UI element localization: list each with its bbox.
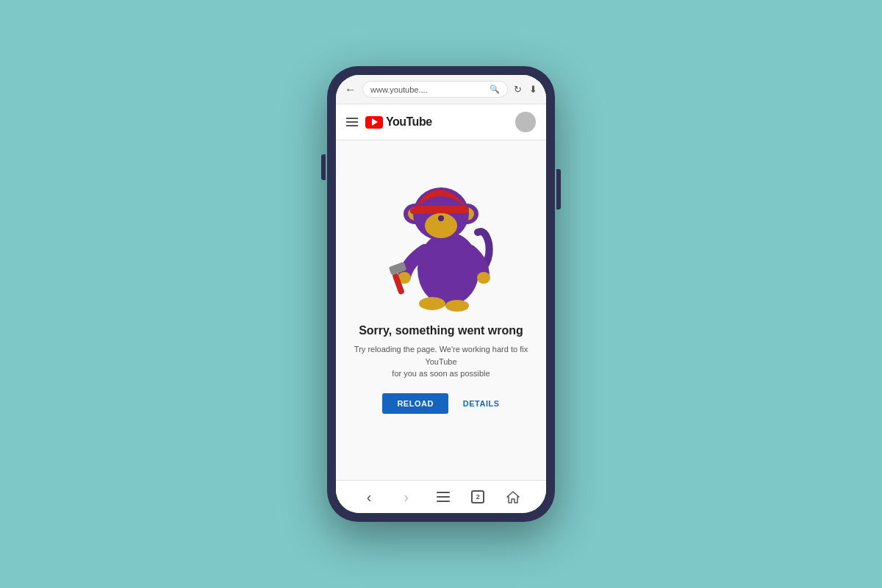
browser-bar: ← www.youtube.... 🔍 ↻ ⬇ — [336, 75, 546, 104]
svg-rect-13 — [410, 208, 426, 214]
nav-menu-icon[interactable] — [434, 488, 452, 506]
svg-rect-20 — [437, 492, 450, 493]
browser-url-bar[interactable]: www.youtube.... 🔍 — [362, 81, 508, 98]
error-buttons: RELOAD DETAILS — [382, 393, 499, 414]
svg-rect-21 — [437, 496, 450, 498]
navigation-bar: ‹ › 2 — [336, 480, 546, 513]
browser-back-button[interactable]: ← — [345, 83, 356, 96]
youtube-logo-icon — [365, 116, 383, 129]
nav-forward-icon[interactable]: › — [398, 488, 415, 506]
error-title: Sorry, something went wrong — [359, 324, 523, 337]
youtube-logo: YouTube — [365, 115, 432, 129]
url-text: www.youtube.... — [370, 85, 487, 94]
user-avatar[interactable] — [515, 112, 536, 132]
svg-point-18 — [419, 297, 445, 310]
svg-point-17 — [477, 272, 490, 284]
monkey-illustration — [375, 148, 507, 317]
refresh-icon[interactable]: ↻ — [514, 84, 522, 95]
phone-frame: ← www.youtube.... 🔍 ↻ ⬇ — [327, 66, 555, 522]
hamburger-menu-icon[interactable] — [346, 118, 358, 126]
content-area: Sorry, something went wrong Try reloadin… — [336, 140, 546, 480]
error-subtitle: Try reloading the page. We're working ha… — [351, 343, 531, 380]
reload-button[interactable]: RELOAD — [382, 393, 448, 414]
search-icon: 🔍 — [490, 85, 500, 94]
youtube-header: YouTube — [336, 104, 546, 140]
svg-point-11 — [438, 215, 444, 221]
phone-screen: ← www.youtube.... 🔍 ↻ ⬇ — [336, 75, 546, 513]
youtube-logo-text: YouTube — [386, 115, 432, 129]
details-button[interactable]: DETAILS — [463, 399, 500, 408]
browser-actions: ↻ ⬇ — [514, 84, 537, 95]
download-icon[interactable]: ⬇ — [529, 84, 537, 95]
header-left: YouTube — [346, 115, 432, 129]
nav-home-icon[interactable] — [504, 488, 522, 506]
play-triangle-icon — [372, 118, 378, 126]
nav-back-icon[interactable]: ‹ — [360, 488, 378, 506]
nav-tabs-icon[interactable]: 2 — [471, 490, 484, 503]
svg-rect-22 — [437, 501, 450, 502]
svg-point-0 — [417, 232, 479, 306]
svg-point-19 — [445, 300, 469, 312]
